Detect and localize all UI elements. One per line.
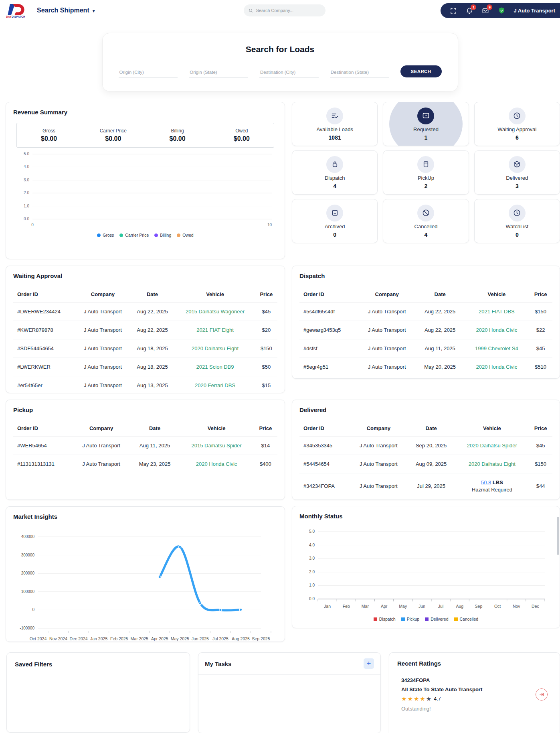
legend-label: Dispatch xyxy=(379,617,396,621)
search-shipment-menu[interactable]: Search Shipment ▼ xyxy=(37,7,96,14)
my-tasks-title: My Tasks xyxy=(205,660,231,667)
status-tile-cancelled[interactable]: Cancelled4 xyxy=(383,199,469,243)
table-row: #LWERKWERJ Auto TransportAug 18, 2025202… xyxy=(13,358,277,376)
legend-dot xyxy=(119,234,123,237)
my-tasks-card: My Tasks + xyxy=(198,652,381,733)
search-button[interactable]: SEARCH xyxy=(400,65,442,77)
svg-text:Sep: Sep xyxy=(475,604,483,609)
svg-text:Jan 2025: Jan 2025 xyxy=(90,636,107,641)
status-tile-requested[interactable]: Requested1 xyxy=(383,102,469,146)
search-for-loads-card: Search for Loads SEARCH xyxy=(102,33,458,91)
scrollbar[interactable] xyxy=(557,517,559,555)
table-row: #er54t65erJ Auto TransportAug 13, 202520… xyxy=(13,376,277,395)
market-insights-chart: 4000003000002000001000000-100000Oct 2024… xyxy=(13,522,277,649)
cell-company: J Auto Transport xyxy=(358,339,416,358)
data-point[interactable] xyxy=(199,602,201,604)
cell-order-id: #345353345 xyxy=(299,437,350,455)
cell-company: J Auto Transport xyxy=(76,358,129,376)
status-tile-waiting-approval[interactable]: Waiting Approval6 xyxy=(474,102,560,146)
cell-order-id: #gewarg3453q5 xyxy=(299,321,358,339)
vehicle-link[interactable]: 2020 Daihatsu Spider xyxy=(467,443,517,449)
status-tile-pickup[interactable]: PickUp2 xyxy=(383,150,469,195)
cell-company: J Auto Transport xyxy=(350,473,407,499)
vehicle-link[interactable]: 2015 Daihatsu Wagoneer xyxy=(186,309,245,315)
legend-item: Gross xyxy=(97,233,114,238)
table-row: #345353345J Auto TransportSep 20, 202520… xyxy=(299,437,552,455)
column-header: Price xyxy=(255,286,277,303)
company-search[interactable] xyxy=(244,4,325,16)
table-row: #5egr4g51J Auto TransportMay 20, 2025202… xyxy=(299,358,552,376)
vehicle-link[interactable]: 2020 Honda Civic xyxy=(476,364,518,370)
rating-entry: 34234FOPA All State To State Auto Transp… xyxy=(397,677,552,712)
shield-check-icon[interactable] xyxy=(497,7,505,15)
cell-date: Aug 11, 2025 xyxy=(130,437,180,455)
vehicle-link[interactable]: 2020 Daihatsu Eight xyxy=(192,345,239,351)
tile-label: WatchList xyxy=(506,223,529,229)
brand-dispatch: DISPATCH xyxy=(12,15,25,18)
cell-order-id: #dsfsf xyxy=(299,339,358,358)
cell-date: Aug 18, 2025 xyxy=(130,339,175,358)
svg-text:5.0: 5.0 xyxy=(309,529,315,534)
column-header: Price xyxy=(529,286,552,303)
tile-count: 3 xyxy=(516,183,519,189)
company-search-input[interactable] xyxy=(256,8,321,13)
cell-order-id: #54454654 xyxy=(299,455,350,473)
status-tile-archived[interactable]: Archived0 xyxy=(292,199,378,243)
svg-text:Jun 2025: Jun 2025 xyxy=(192,636,209,641)
status-tile-delivered[interactable]: Delivered3 xyxy=(474,150,560,195)
column-header: Order ID xyxy=(13,420,72,437)
vehicle-link[interactable]: 2021 FIAT Eight xyxy=(196,327,234,333)
weight-link[interactable]: 50.8 xyxy=(481,479,491,485)
daydispatch-logo[interactable]: DAYDISPATCH xyxy=(5,3,26,18)
vehicle-link[interactable]: 2015 Daihatsu Spider xyxy=(192,443,242,449)
destination-city-input[interactable] xyxy=(259,67,319,77)
svg-text:Apr 2025: Apr 2025 xyxy=(151,636,168,641)
revenue-stat-value: $0.00 xyxy=(17,135,81,142)
bell-badge: 1 xyxy=(471,4,476,10)
vehicle-link[interactable]: 2020 Honda Civic xyxy=(476,327,518,333)
status-tile-available-loads[interactable]: Available Loads1081 xyxy=(292,102,378,146)
data-point[interactable] xyxy=(239,608,242,611)
cell-order-id: #5s4df65s4df xyxy=(299,303,358,321)
user-name[interactable]: J Auto Transport xyxy=(514,8,555,14)
data-point[interactable] xyxy=(179,546,181,548)
data-point[interactable] xyxy=(219,609,222,611)
star-icon: ★ xyxy=(401,695,406,703)
hazmat-note: Hazmat Required xyxy=(458,487,527,493)
origin-city-input[interactable] xyxy=(119,67,178,77)
vehicle-link[interactable]: 2020 Honda Civic xyxy=(196,461,237,467)
origin-state-input[interactable] xyxy=(189,67,248,77)
fullscreen-icon[interactable] xyxy=(449,7,457,15)
archive-icon xyxy=(326,205,343,221)
vehicle-link[interactable]: 2021 Scion DB9 xyxy=(196,364,234,370)
column-header: Company xyxy=(72,420,130,437)
vehicle-link[interactable]: 1999 Chevrolet S4 xyxy=(475,345,518,351)
add-task-button[interactable]: + xyxy=(364,658,374,669)
vehicle-link[interactable]: 2020 Daihatsu Eight xyxy=(469,461,516,467)
cell-order-id: #34234FOPA xyxy=(299,473,350,499)
star-icon: ★ xyxy=(414,695,419,703)
data-point[interactable] xyxy=(158,576,161,578)
dispatch-card: DispatchOrder IDCompanyDateVehiclePrice#… xyxy=(292,266,560,379)
revenue-stat: Billing$0.00 xyxy=(146,128,210,142)
status-tile-dispatch[interactable]: Dispatch4 xyxy=(292,150,378,195)
rating-value: 4.7 xyxy=(434,696,441,702)
messages-mail-icon[interactable]: 9 xyxy=(481,7,489,15)
revenue-stats: Gross$0.00Carrier Price$0.00Billing$0.00… xyxy=(16,123,274,148)
tile-count: 0 xyxy=(516,231,519,238)
vehicle-link[interactable]: 2021 FIAT DBS xyxy=(479,309,515,315)
cell-vehicle: 2021 FIAT Eight xyxy=(175,321,255,339)
legend-dot xyxy=(97,234,101,237)
status-tile-watchlist[interactable]: WatchList0 xyxy=(474,199,560,243)
legend-label: Cancelled xyxy=(460,617,479,621)
vehicle-link[interactable]: 2020 Ferrari DBS xyxy=(195,382,235,388)
rating-open-arrow-icon[interactable] xyxy=(536,688,548,701)
revenue-chart: 5.04.03.02.01.00.0010 xyxy=(13,150,277,231)
destination-state-input[interactable] xyxy=(330,67,389,77)
legend-item: Dispatch xyxy=(374,617,396,621)
ban-icon xyxy=(417,205,434,221)
legend-item: Carrier Price xyxy=(119,233,149,238)
notifications-bell-icon[interactable]: 1 xyxy=(465,7,473,15)
svg-text:Dec 2024: Dec 2024 xyxy=(70,636,88,641)
cell-vehicle: 50.8 LBSHazmat Required xyxy=(455,473,529,499)
